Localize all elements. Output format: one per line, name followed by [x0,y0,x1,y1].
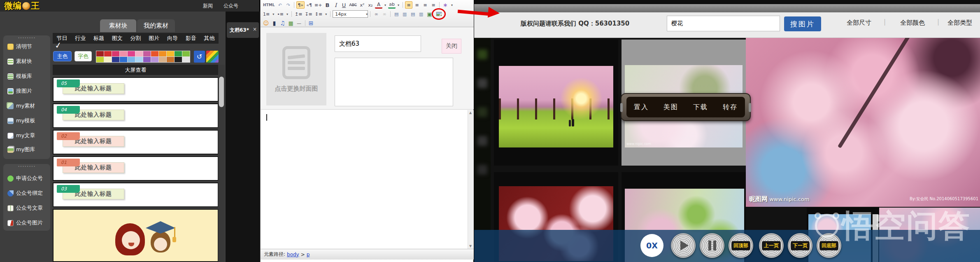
panel-grip[interactable]: ∙∙∙∙∙∙∙∙ [3,36,50,40]
rainbow-color-button[interactable] [206,51,219,63]
nav-news[interactable]: 新闻 [203,2,213,9]
template-card[interactable]: 此处输入标题 03 [53,182,219,207]
window-titlebar[interactable] [474,4,980,12]
space-after-button[interactable]: ↧≡ [304,10,313,18]
unlink-button[interactable]: ∞ [381,10,388,18]
color-swatch[interactable] [159,57,166,62]
beautify-action[interactable]: 美图 [663,103,678,112]
emoji-button[interactable]: ☺ [262,19,270,27]
prev-page-button[interactable]: 上一页 [759,233,784,258]
panel-grip[interactable]: ∙∙∙∙∙∙∙∙ [3,165,50,168]
category-title[interactable]: 标题 [93,35,104,42]
insert-action[interactable]: 置入 [634,103,649,112]
editor-content-area[interactable] [261,110,474,249]
chevron-down-icon[interactable]: ▾ [271,12,275,16]
next-page-button[interactable]: 下一页 [788,233,812,258]
highlight-color-button[interactable]: ab [388,1,396,9]
materials-scrollbar-thumb[interactable] [219,77,224,107]
justify-button[interactable]: ≡ [430,1,437,9]
image-search-input[interactable] [667,16,780,31]
color-swatch[interactable] [159,51,166,56]
category-image[interactable]: 图片 [149,35,159,42]
redo-button[interactable]: ↷ [284,1,292,9]
space-before-button[interactable]: ↥≡ [294,10,303,18]
underline-button[interactable]: U [340,1,348,9]
color-swatch[interactable] [104,51,112,56]
color-swatch[interactable] [143,57,151,62]
template-card[interactable]: 此处输入标题 01 [53,156,219,181]
sidebar-item-search-image[interactable]: 搜图片 [7,87,32,95]
category-other[interactable]: 其他 [204,35,215,42]
scroll-up-icon[interactable]: ▲ [469,111,472,115]
template-card[interactable]: 此处输入标题 05 [53,77,219,102]
sidebar-item-my-materials[interactable]: my素材 [7,102,35,110]
horizontal-rule-button[interactable]: — [296,19,303,27]
color-swatch[interactable] [96,51,104,56]
format-magic-button[interactable]: ∗ [442,1,449,9]
align-left-button[interactable]: ≡ [405,1,412,9]
search-image-button[interactable]: 搜图片 [784,16,821,31]
sidebar-item-template-library[interactable]: 模板库 [7,73,32,80]
fullscreen-view-button[interactable]: 大屏查看 [53,65,219,75]
template-card[interactable]: 此处输入标题 02 [53,130,219,154]
back-to-bottom-button[interactable]: 回底部 [817,233,841,258]
font-size-select[interactable]: 14px ▾ [333,10,368,18]
chevron-down-icon[interactable]: ▾ [383,3,387,7]
sidebar-item-material-blocks[interactable]: 素材块 [7,58,32,65]
close-icon[interactable]: × [253,26,257,32]
color-swatch[interactable] [151,51,158,56]
category-imagetext[interactable]: 图文 [112,35,123,42]
table-button[interactable]: ⊞ [307,19,315,27]
category-media[interactable]: 影音 [186,35,196,42]
map-image-button[interactable]: ▦ [287,19,295,27]
document-summary-textarea[interactable] [335,58,453,106]
play-button[interactable] [671,233,696,258]
indent-text-image-button[interactable]: ▤ [393,10,400,18]
large-preview-photo[interactable]: 昵图网 www.nipic.com By:安会民 No.201406051739… [746,38,980,207]
color-swatch[interactable] [182,57,190,62]
download-action[interactable]: 下载 [693,103,708,112]
sidebar-item-my-templates[interactable]: my模板 [7,117,35,124]
tab-my-materials[interactable]: 我的素材 [137,19,175,32]
color-swatch[interactable] [104,57,112,62]
cover-image-picker[interactable]: 点击更换封面图 [266,33,326,105]
sidebar-item-my-gallery[interactable]: my图库 [7,146,35,153]
color-swatch[interactable] [135,51,143,56]
unordered-list-button[interactable]: •≡ [276,10,284,18]
ordered-list-button[interactable]: 1≡ [262,10,270,18]
insert-image-button[interactable]: ▣ [426,10,433,18]
color-swatch[interactable] [182,51,190,56]
nav-official-account[interactable]: 公众号 [223,2,238,9]
align-right-button[interactable]: ≡ [421,1,429,9]
category-guide[interactable]: 向导 [167,35,178,42]
paragraph-ltr-button[interactable]: ¶» [296,1,305,9]
document-tab[interactable]: 文档63* × [227,22,259,38]
align-center-button[interactable]: ≡ [413,1,421,9]
close-form-button[interactable]: 关闭 [442,39,461,54]
color-swatch[interactable] [128,57,135,62]
reset-color-button[interactable]: ↺ [194,51,205,63]
link-button[interactable]: ∞ [372,10,380,18]
color-swatch[interactable] [143,51,151,56]
source-code-button[interactable]: HTML [262,1,275,9]
sidebar-item-my-articles[interactable]: my文章 [7,132,35,139]
bold-button[interactable]: B [324,1,331,9]
category-industry[interactable]: 行业 [75,35,86,42]
color-swatch[interactable] [96,57,104,62]
undo-button[interactable]: ↶ [276,1,284,9]
editor-scrollbar-track[interactable]: ▲ ▼ [468,110,474,249]
indent-text-image-button[interactable]: ▥ [417,10,425,18]
category-divider[interactable]: 分割 [130,35,141,42]
subscript-button[interactable]: x₂ [367,1,374,9]
filter-all-types[interactable]: 全部类型 [947,19,972,27]
chevron-down-icon[interactable]: ▾ [450,3,454,7]
insert-search-image-button[interactable] [434,10,444,18]
video-button[interactable]: ▮ [271,19,278,27]
music-button[interactable]: ♫ [279,19,286,27]
speed-indicator[interactable]: 0X [640,234,663,257]
sidebar-item-account-images[interactable]: 公众号图片 [7,219,43,227]
sidebar-item-account-articles[interactable]: 公众号文章 [7,204,43,212]
main-color-button[interactable]: 主色 [53,51,72,61]
italic-button[interactable]: I [332,1,340,9]
font-color-button[interactable]: 字色 [74,51,92,61]
